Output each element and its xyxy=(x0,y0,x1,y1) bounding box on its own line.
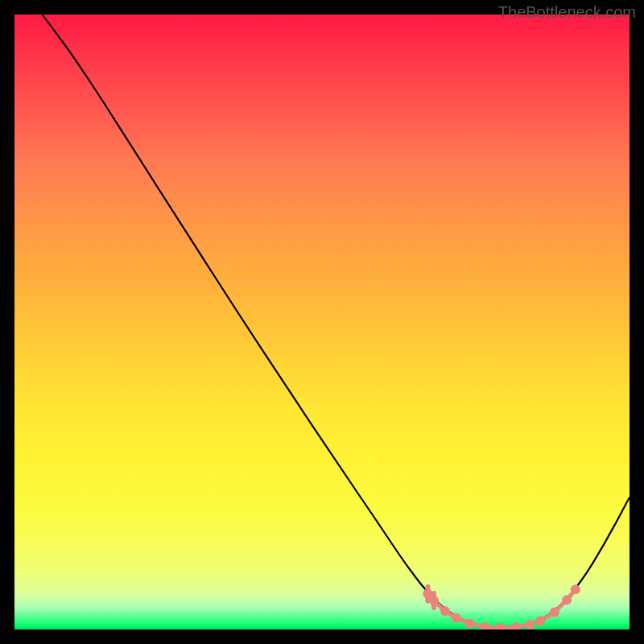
bottleneck-curve xyxy=(42,14,630,628)
chart-container: TheBottleneck.com xyxy=(0,0,644,644)
highlight-markers xyxy=(423,584,580,630)
watermark-text: TheBottleneck.com xyxy=(498,3,636,22)
chart-svg xyxy=(14,14,630,630)
marker-dot xyxy=(571,584,580,594)
